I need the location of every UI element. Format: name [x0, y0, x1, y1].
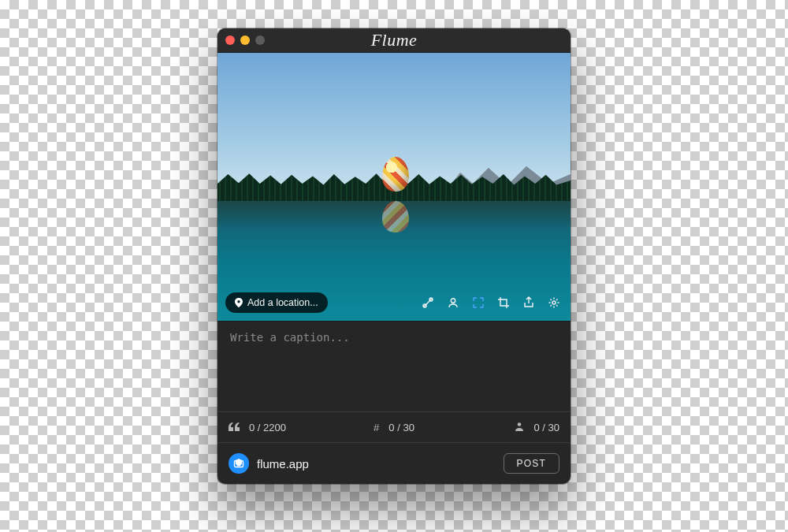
edit-icon: [422, 296, 434, 309]
photo-content-balloon: [382, 157, 409, 192]
zoom-window-button[interactable]: [255, 35, 265, 45]
svg-point-6: [518, 422, 522, 426]
caption-length-counter: 0 / 2200: [229, 422, 339, 433]
share-icon: [522, 296, 535, 309]
account-selector[interactable]: flume.app: [229, 453, 309, 474]
app-title: Flume: [371, 30, 418, 50]
caption-input[interactable]: [229, 329, 563, 407]
counters-bar: 0 / 2200 # 0 / 30 0 / 30: [217, 411, 571, 442]
settings-icon: [548, 296, 560, 309]
window-controls: [225, 35, 265, 45]
caption-length-value: 0 / 2200: [249, 422, 286, 433]
resize-button[interactable]: [470, 294, 487, 311]
crop-button[interactable]: [495, 294, 512, 311]
close-window-button[interactable]: [225, 35, 235, 45]
photo-content-balloon-reflection: [382, 201, 409, 233]
titlebar[interactable]: Flume: [217, 28, 571, 53]
mention-counter: 0 / 30: [449, 422, 559, 433]
svg-point-5: [552, 301, 556, 304]
photo-overlay-toolbar: Add a location...: [225, 292, 563, 313]
pin-icon: [235, 298, 243, 307]
person-icon: [515, 422, 524, 433]
avatar: [229, 453, 249, 474]
svg-point-8: [237, 462, 241, 466]
hashtag-value: 0 / 30: [388, 422, 414, 433]
post-button[interactable]: POST: [504, 453, 559, 474]
svg-point-4: [451, 299, 455, 303]
resize-icon: [472, 296, 485, 309]
hashtag-counter: # 0 / 30: [339, 422, 449, 433]
add-location-button[interactable]: Add a location...: [225, 292, 328, 313]
hash-icon: #: [374, 422, 379, 433]
edit-adjust-button[interactable]: [419, 294, 437, 311]
account-username: flume.app: [257, 457, 309, 471]
mention-value: 0 / 30: [533, 422, 559, 433]
add-location-label: Add a location...: [247, 297, 318, 308]
minimize-window-button[interactable]: [240, 35, 250, 45]
settings-button[interactable]: [545, 294, 563, 311]
camera-icon: [233, 458, 244, 469]
compose-window: Flume Add a location...: [217, 28, 571, 484]
footer-bar: flume.app POST: [217, 442, 571, 484]
crop-icon: [497, 296, 510, 309]
photo-preview[interactable]: Add a location...: [217, 53, 571, 321]
quote-icon: [229, 422, 240, 433]
svg-rect-9: [237, 459, 241, 461]
tag-people-button[interactable]: [444, 294, 462, 311]
share-button[interactable]: [520, 294, 537, 311]
tag-people-icon: [447, 296, 459, 309]
photo-tools: [419, 294, 563, 311]
caption-area[interactable]: [217, 321, 571, 411]
